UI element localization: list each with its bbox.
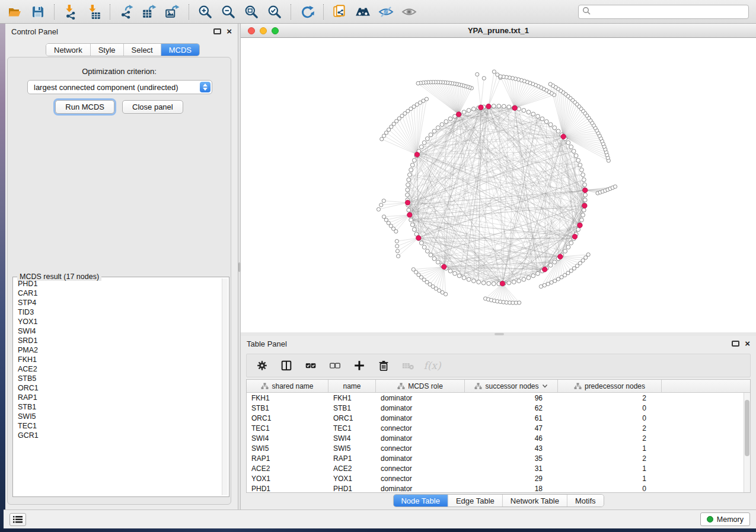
table-cell: PHD1 [247, 485, 328, 493]
table-cell: 0 [558, 404, 662, 412]
vertical-splitter-handle[interactable] [238, 262, 240, 272]
mcds-result-item[interactable]: PMA2 [15, 345, 221, 355]
table-cell: YOX1 [328, 475, 376, 483]
mcds-result-item[interactable]: STB5 [15, 374, 221, 383]
export-table-icon[interactable] [141, 4, 158, 20]
table-cell: dominator [376, 394, 465, 402]
export-network-icon[interactable] [117, 4, 135, 20]
column-header-successor-nodes[interactable]: successor nodes [465, 380, 558, 392]
mcds-result-item[interactable]: YOX1 [15, 317, 221, 326]
mcds-result-group: MCDS result (17 nodes) PHD1CAR1STP4TID3Y… [12, 277, 229, 497]
column-header-filler [662, 380, 750, 392]
refresh-view-icon[interactable] [298, 4, 316, 20]
table-cell: 31 [465, 464, 558, 473]
close-panel-button[interactable]: Close panel [122, 100, 183, 114]
delete-table-icon[interactable] [401, 358, 415, 373]
table-row[interactable]: YOX1YOX1connector291 [247, 473, 750, 483]
mcds-result-item[interactable]: SWI5 [15, 412, 221, 421]
mcds-result-item[interactable]: RAP1 [15, 393, 221, 402]
run-mcds-button[interactable]: Run MCDS [55, 100, 114, 114]
mcds-result-item[interactable]: TEC1 [15, 421, 221, 431]
table-row[interactable]: FKH1FKH1dominator962 [247, 393, 750, 403]
tab-node-table[interactable]: Node Table [393, 495, 448, 507]
tab-network[interactable]: Network [46, 44, 91, 56]
float-table-panel-icon[interactable] [732, 341, 739, 347]
mcds-result-item[interactable]: CAR1 [15, 289, 221, 298]
network-canvas[interactable] [241, 38, 756, 332]
mcds-result-item[interactable]: TID3 [15, 307, 221, 317]
tab-edge-table[interactable]: Edge Table [448, 495, 503, 507]
mcds-result-item[interactable]: STP4 [15, 298, 221, 307]
table-scrollbar-thumb[interactable] [745, 400, 749, 456]
tab-mcds[interactable]: MCDS [161, 44, 199, 56]
close-table-panel-icon[interactable]: × [745, 340, 750, 347]
column-header-predecessor-nodes[interactable]: predecessor nodes [558, 380, 662, 392]
mcds-result-item[interactable]: SRD1 [15, 336, 221, 345]
network-window: YPA_prune.txt_1 [241, 24, 756, 332]
mcds-result-item[interactable]: ACE2 [15, 364, 221, 374]
column-header-MCDS-role[interactable]: MCDS role [376, 380, 465, 392]
table-scrollbar[interactable] [744, 393, 750, 492]
column-header-label: name [343, 382, 361, 390]
zoom-selected-icon[interactable] [266, 4, 283, 20]
delete-column-trash-icon[interactable] [377, 358, 391, 373]
mcds-result-item[interactable]: SWI4 [15, 326, 221, 336]
open-file-icon[interactable] [6, 4, 24, 20]
status-bar: Memory [4, 509, 756, 528]
function-builder-label: f(x) [423, 360, 441, 371]
window-maximize-icon[interactable] [272, 27, 279, 34]
table-row[interactable]: ACE2ACE2connector311 [247, 463, 750, 473]
table-row[interactable]: STB1STB1dominator620 [247, 403, 750, 413]
tab-select[interactable]: Select [124, 44, 161, 56]
table-row[interactable]: RAP1RAP1dominator352 [247, 453, 750, 463]
table-settings-gear-icon[interactable] [255, 358, 269, 373]
horizontal-splitter-handle[interactable] [495, 333, 504, 335]
create-column-icon[interactable] [352, 358, 366, 373]
criterion-dropdown[interactable]: largest connected component (undirected) [27, 80, 212, 94]
mcds-result-item[interactable]: PHD1 [15, 279, 221, 289]
hide-graphics-details-icon[interactable] [377, 4, 395, 20]
deselect-all-rows-icon[interactable] [328, 358, 342, 373]
window-close-icon[interactable] [248, 27, 255, 34]
mcds-list-scrollbar[interactable] [222, 278, 228, 495]
show-graphics-details-icon[interactable] [400, 4, 418, 20]
import-table-icon[interactable] [85, 4, 103, 20]
float-panel-icon[interactable] [213, 28, 221, 34]
function-builder-icon[interactable]: f(x) [425, 358, 439, 373]
import-network-icon[interactable] [62, 4, 79, 20]
tab-motifs[interactable]: Motifs [567, 495, 604, 507]
table-row[interactable]: PHD1PHD1dominator180 [247, 483, 750, 493]
zoom-in-icon[interactable] [196, 4, 214, 20]
task-history-button[interactable] [9, 513, 26, 526]
table-cell: PHD1 [328, 485, 376, 493]
column-header-shared-name[interactable]: shared name [247, 380, 328, 392]
column-header-name[interactable]: name [328, 380, 376, 392]
tab-style[interactable]: Style [91, 44, 124, 56]
show-columns-icon[interactable] [279, 358, 294, 373]
select-all-rows-icon[interactable] [304, 358, 318, 373]
search-input[interactable] [594, 8, 745, 16]
table-cell: 96 [465, 394, 558, 402]
table-row[interactable]: TEC1TEC1connector472 [247, 423, 750, 433]
search-windows-icon[interactable] [354, 4, 372, 20]
window-minimize-icon[interactable] [260, 27, 267, 34]
table-cell: 29 [465, 475, 558, 483]
tab-network-table[interactable]: Network Table [503, 495, 567, 507]
mcds-result-item[interactable]: STB1 [15, 402, 221, 412]
mcds-result-item[interactable]: ORC1 [15, 383, 221, 393]
save-session-icon[interactable] [29, 4, 47, 20]
memory-button[interactable]: Memory [700, 512, 750, 526]
table-row[interactable]: SWI5SWI5connector431 [247, 443, 750, 453]
export-image-icon[interactable] [164, 4, 181, 20]
table-row[interactable]: SWI4SWI4dominator462 [247, 433, 750, 443]
column-namespace-icon [261, 383, 269, 390]
close-panel-icon[interactable]: × [227, 28, 232, 35]
zoom-out-icon[interactable] [219, 4, 237, 20]
search-box[interactable] [578, 5, 749, 19]
network-from-file-icon[interactable] [331, 4, 349, 20]
search-icon [582, 7, 591, 17]
zoom-fit-icon[interactable] [243, 4, 260, 20]
table-row[interactable]: ORC1ORC1dominator610 [247, 413, 750, 423]
mcds-result-item[interactable]: GCR1 [15, 431, 221, 440]
mcds-result-item[interactable]: FKH1 [15, 355, 221, 364]
